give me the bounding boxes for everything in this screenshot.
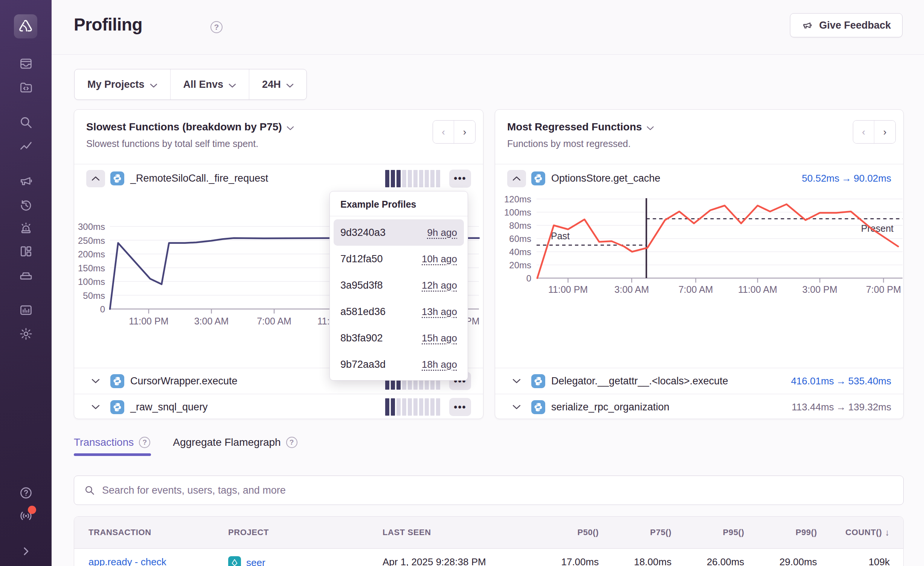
search-icon [84,485,95,496]
sidebar-item-settings[interactable] [18,326,34,341]
sidebar-item-releases[interactable] [18,267,34,282]
search-input[interactable] [102,485,894,496]
expand-row-button[interactable] [86,404,105,410]
profile-id-link[interactable]: 7d12fa50 [340,253,383,265]
function-row: Delegator.__getattr__.<locals>.execute 4… [495,368,903,394]
python-platform-icon [531,374,545,388]
pager-next-button[interactable]: › [454,121,475,143]
profile-id-link[interactable]: 9b72aa3d [340,359,386,370]
svg-text:20ms: 20ms [509,260,531,270]
pager-prev-button[interactable]: ‹ [433,121,454,143]
view-tabs: Transactions ? Aggregate Flamegraph ? [74,436,297,448]
gear-icon [19,327,33,341]
function-name[interactable]: _raw_snql_query [130,401,208,413]
col-p50[interactable]: P50() [526,528,599,537]
expand-row-button[interactable] [507,378,526,384]
col-last-seen[interactable]: LAST SEEN [383,528,526,537]
svg-text:120ms: 120ms [504,194,531,204]
profile-time-link[interactable]: 10h ago [422,253,457,265]
profile-item[interactable]: 9d3240a3 9h ago [334,219,464,246]
sidebar-service-updates[interactable] [18,508,34,523]
sidebar-item-performance[interactable] [18,139,34,155]
slowest-functions-title-dropdown[interactable]: Slowest Functions (breakdown by P75) [86,121,471,133]
profile-sparkline[interactable] [385,170,440,187]
function-name[interactable]: CursorWrapper.execute [130,375,238,387]
function-name[interactable]: OptionsStore.get_cache [551,173,660,184]
give-feedback-button[interactable]: Give Feedback [790,13,903,37]
tab-aggregate-flamegraph[interactable]: Aggregate Flamegraph ? [173,436,297,448]
most-regressed-pager: ‹ › [853,120,896,144]
sidebar-item-issues[interactable] [18,56,34,71]
profile-item[interactable]: 3a95d3f8 12h ago [334,272,464,298]
col-count-sort[interactable]: COUNT() ↓ [817,527,903,538]
sidebar-item-explore[interactable] [18,115,34,130]
most-regressed-title-dropdown[interactable]: Most Regressed Functions [507,121,891,133]
regression-values[interactable]: 50.52ms→90.02ms [802,173,891,184]
projects-filter-label: My Projects [87,79,145,90]
chevron-down-icon [91,404,100,410]
function-name[interactable]: Delegator.__getattr__.<locals>.execute [551,375,728,387]
environment-filter-label: All Envs [183,79,224,90]
page-help-icon[interactable]: ? [210,21,223,33]
sidebar-item-feedback[interactable] [18,173,34,188]
chevron-up-icon [512,176,521,181]
regression-values[interactable]: 113.44ms→139.32ms [792,401,891,413]
sidebar-help[interactable] [18,485,34,500]
pager-next-button[interactable]: › [874,121,895,143]
sidebar-collapse[interactable] [18,544,34,559]
svg-text:100ms: 100ms [78,277,105,287]
sentry-logo[interactable] [14,14,37,38]
help-icon[interactable]: ? [139,437,150,448]
collapse-row-button[interactable] [507,170,526,187]
svg-text:0: 0 [526,273,531,283]
most-regressed-chart: 020ms40ms60ms80ms100ms120ms11:00 PM3:00 … [495,193,903,368]
profile-item[interactable]: 8b3fa902 15h ago [334,325,464,351]
tab-transactions[interactable]: Transactions ? [74,436,150,448]
profile-item[interactable]: 9b72aa3d 18h ago [334,351,464,378]
row-options-button[interactable]: ••• [449,170,471,188]
profile-sparkline[interactable] [385,398,440,416]
function-row: serialize_rpc_organization 113.44ms→139.… [495,394,903,420]
sidebar-item-projects[interactable] [18,80,34,95]
chevron-down-icon [91,378,100,384]
profile-id-link[interactable]: 8b3fa902 [340,332,383,344]
profile-item[interactable]: a581ed36 13h ago [334,298,464,325]
profile-time-link[interactable]: 15h ago [422,332,457,344]
most-regressed-subtitle: Functions by most regressed. [507,138,891,149]
function-name[interactable]: serialize_rpc_organization [551,401,669,413]
sidebar-item-stats[interactable] [18,303,34,318]
profile-id-link[interactable]: 9d3240a3 [340,227,386,239]
col-p75[interactable]: P75() [599,528,671,537]
expand-row-button[interactable] [86,378,105,384]
table-row[interactable]: app.ready - check seer Apr 1, 2025 9:28:… [74,549,903,566]
project-link[interactable]: seer [246,557,265,566]
function-name[interactable]: _RemoteSiloCall._fire_request [130,173,268,184]
environment-filter[interactable]: All Envs [170,69,249,99]
profile-time-link[interactable]: 12h ago [422,280,457,291]
profile-id-link[interactable]: a581ed36 [340,306,386,318]
projects-filter[interactable]: My Projects [75,69,170,99]
svg-text:11:00 AM: 11:00 AM [738,284,777,295]
profile-time-link[interactable]: 13h ago [422,306,457,318]
profile-time-link[interactable]: 9h ago [427,227,457,239]
collapse-row-button[interactable] [86,170,105,187]
row-options-button[interactable]: ••• [449,398,471,416]
pager-prev-button[interactable]: ‹ [853,121,874,143]
sidebar-item-alerts[interactable] [18,221,34,236]
col-p95[interactable]: P95() [671,528,744,537]
profile-time-link[interactable]: 18h ago [422,359,457,370]
expand-row-button[interactable] [507,404,526,410]
sidebar-item-dashboards[interactable] [18,244,34,259]
sidebar-item-replays[interactable] [18,198,34,213]
profile-item[interactable]: 7d12fa50 10h ago [334,246,464,272]
example-profiles-dropdown: Example Profiles 9d3240a3 9h ago 7d12fa5… [329,191,468,381]
profile-id-link[interactable]: 3a95d3f8 [340,280,383,291]
transaction-link[interactable]: app.ready - check [88,556,166,566]
most-regressed-panel: Most Regressed Functions Functions by mo… [495,109,904,419]
col-project[interactable]: PROJECT [228,528,383,537]
regression-values[interactable]: 416.01ms→535.40ms [791,375,891,387]
col-transaction[interactable]: TRANSACTION [74,528,228,537]
date-range-filter[interactable]: 24H [249,69,306,99]
help-icon[interactable]: ? [286,437,297,448]
col-p99[interactable]: P99() [744,528,817,537]
